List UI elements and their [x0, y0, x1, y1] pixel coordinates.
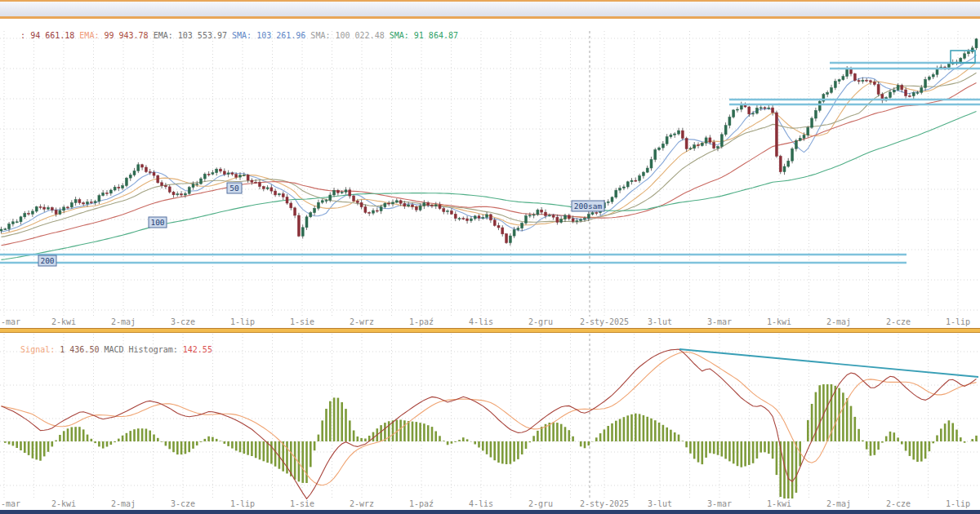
- sma50-value: 103 261.96: [256, 31, 310, 40]
- ma-label-text: 50: [229, 184, 239, 193]
- top-toolbar: [0, 0, 980, 19]
- x-tick-label: 2-gru: [528, 317, 553, 326]
- x-tick-label: 1-sie: [290, 499, 314, 508]
- pane-separator: [0, 328, 980, 333]
- x-tick-label: 3-lut: [648, 317, 672, 326]
- macd-trendline[interactable]: [679, 349, 978, 377]
- x-tick-label: 3-mar: [707, 317, 732, 326]
- projection-box[interactable]: [951, 51, 975, 63]
- ma-label-text: 200: [40, 256, 54, 265]
- macd-histogram-value: 142.55: [183, 345, 212, 354]
- sma200-label: SMA:: [390, 31, 414, 40]
- footer-bar: [0, 510, 980, 514]
- x-tick-label: 2-sty-2025: [580, 317, 629, 326]
- chart-window: : 94 661.18 EMA: 99 943.78 EMA: 103 553.…: [0, 0, 980, 514]
- x-tick-label: 1-lip: [946, 317, 970, 326]
- x-tick-label: 4-lis: [469, 499, 493, 508]
- x-tick-label: 2-maj: [111, 499, 136, 508]
- x-tick-label: 2-maj: [111, 317, 136, 326]
- macd-signal-label: Signal:: [20, 345, 60, 354]
- x-tick-label: 2-wrz: [350, 499, 374, 508]
- x-tick-label: 2-cze: [886, 499, 911, 508]
- x-tick-label: 1-kwi: [767, 317, 791, 326]
- x-tick-label: 2-sty-2025: [580, 499, 629, 508]
- price-value: : 94 661.18: [20, 31, 79, 40]
- sma200-value: 91 864.87: [414, 31, 458, 40]
- x-tick-label: 3-cze: [171, 317, 195, 326]
- sma100-label: SMA:: [310, 31, 335, 40]
- ema-slow-value: 103 553.97: [178, 31, 232, 40]
- macd-pane: [2, 349, 979, 498]
- macd-histogram-label: MACD Histogram:: [104, 345, 182, 354]
- macd-line: [2, 349, 977, 498]
- price-and-macd-chart[interactable]: -mar2-kwi2-maj3-cze1-lip1-sie2-wrz1-paź4…: [0, 0, 980, 514]
- x-tick-label: -mar: [1, 317, 20, 326]
- x-tick-label: 1-sie: [290, 317, 314, 326]
- sma50-label: SMA:: [232, 31, 256, 40]
- x-tick-label: 1-lip: [230, 499, 255, 508]
- sma100-value: 100 022.48: [335, 31, 389, 40]
- x-tick-label: 3-mar: [707, 499, 732, 508]
- ema-fast-label: EMA:: [79, 31, 104, 40]
- x-tick-label: 3-cze: [171, 499, 195, 508]
- x-tick-label: 2-kwi: [51, 499, 76, 508]
- ema-fast-value: 99 943.78: [104, 31, 153, 40]
- support-resistance-lines: [0, 51, 980, 263]
- x-tick-label: 4-lis: [469, 317, 493, 326]
- macd-indicator-row: Signal: 1 436.50 MACD Histogram: 142.55: [1, 334, 212, 344]
- x-tick-label: 1-lip: [230, 317, 255, 326]
- x-tick-label: 2-wrz: [350, 317, 374, 326]
- price-indicator-row: : 94 661.18 EMA: 99 943.78 EMA: 103 553.…: [1, 20, 458, 30]
- ma-label-text: 100: [150, 218, 164, 227]
- x-tick-label: 2-kwi: [51, 317, 76, 326]
- ma-line-45: [2, 82, 977, 245]
- x-tick-label: 1-paź: [409, 499, 434, 508]
- x-tick-label: 3-lut: [648, 499, 672, 508]
- macd-signal-value: 1 436.50: [60, 345, 104, 354]
- ma-line-90: [2, 112, 977, 260]
- moving-average-lines: [2, 55, 977, 259]
- x-tick-label: 2-maj: [826, 499, 851, 508]
- x-tick-label: 2-maj: [826, 317, 851, 326]
- ema-slow-label: EMA:: [154, 31, 178, 40]
- x-tick-label: 1-kwi: [767, 499, 791, 508]
- ma-label-text: 200sam: [574, 202, 603, 210]
- x-tick-label: -mar: [1, 499, 20, 508]
- x-tick-label: 2-cze: [886, 317, 911, 326]
- x-tick-label: 1-paź: [409, 317, 434, 326]
- x-tick-label: 1-lip: [946, 499, 970, 508]
- ma-line-22: [2, 73, 977, 237]
- x-tick-label: 2-gru: [528, 499, 553, 508]
